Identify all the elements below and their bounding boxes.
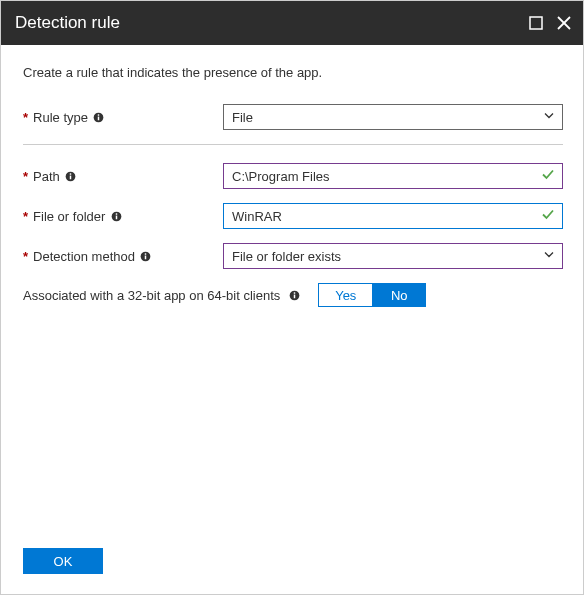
header-actions <box>529 16 571 30</box>
detection-method-select[interactable]: File or folder exists <box>223 243 563 269</box>
svg-rect-16 <box>294 294 295 298</box>
rule-type-row: * Rule type File <box>23 104 563 130</box>
toggle-no-button[interactable]: No <box>372 283 426 307</box>
info-icon[interactable] <box>93 111 105 123</box>
svg-rect-11 <box>116 213 117 214</box>
required-marker: * <box>23 169 28 184</box>
svg-rect-13 <box>145 255 146 259</box>
file-or-folder-row: * File or folder <box>23 203 563 229</box>
ok-button[interactable]: OK <box>23 548 103 574</box>
rule-type-select[interactable]: File <box>223 104 563 130</box>
svg-rect-7 <box>70 175 71 179</box>
required-marker: * <box>23 209 28 224</box>
svg-rect-17 <box>294 292 295 293</box>
path-input[interactable] <box>223 163 563 189</box>
detection-method-row: * Detection method File or folder exists <box>23 243 563 269</box>
rule-type-label: Rule type <box>33 110 88 125</box>
svg-rect-0 <box>530 17 542 29</box>
svg-rect-8 <box>70 173 71 174</box>
required-marker: * <box>23 249 28 264</box>
path-row: * Path <box>23 163 563 189</box>
divider <box>23 144 563 145</box>
close-icon[interactable] <box>557 16 571 30</box>
info-icon[interactable] <box>65 170 77 182</box>
maximize-icon[interactable] <box>529 16 543 30</box>
description-text: Create a rule that indicates the presenc… <box>23 65 563 80</box>
file-or-folder-input[interactable] <box>223 203 563 229</box>
bitness-toggle-label: Associated with a 32-bit app on 64-bit c… <box>23 288 280 303</box>
info-icon[interactable] <box>110 210 122 222</box>
dialog-footer: OK <box>23 548 103 574</box>
svg-rect-5 <box>98 114 99 115</box>
dialog-content: Create a rule that indicates the presenc… <box>1 45 584 327</box>
info-icon[interactable] <box>288 289 300 301</box>
path-label: Path <box>33 169 60 184</box>
required-marker: * <box>23 110 28 125</box>
dialog-title: Detection rule <box>15 13 120 33</box>
detection-method-label: Detection method <box>33 249 135 264</box>
toggle-yes-button[interactable]: Yes <box>318 283 372 307</box>
bitness-toggle: Yes No <box>318 283 426 307</box>
bitness-toggle-row: Associated with a 32-bit app on 64-bit c… <box>23 283 563 307</box>
file-or-folder-label: File or folder <box>33 209 105 224</box>
svg-rect-4 <box>98 116 99 120</box>
info-icon[interactable] <box>140 250 152 262</box>
dialog-header: Detection rule <box>1 1 584 45</box>
svg-rect-14 <box>145 253 146 254</box>
svg-rect-10 <box>116 215 117 219</box>
